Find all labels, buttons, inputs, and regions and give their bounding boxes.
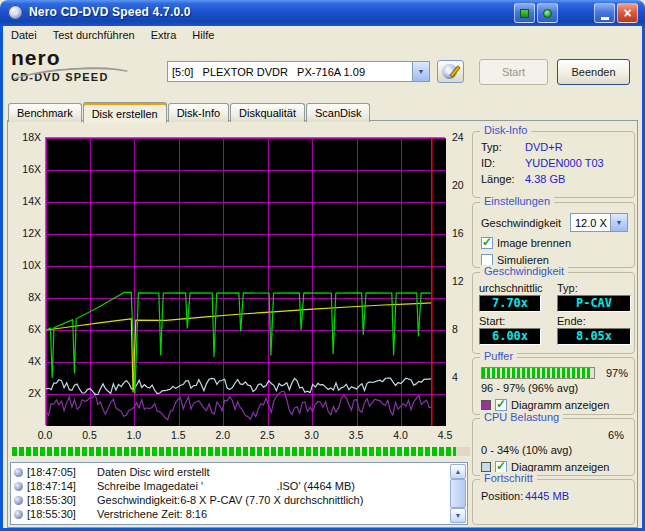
menu-extra[interactable]: Extra	[143, 28, 185, 42]
quit-button[interactable]: Beenden	[557, 59, 630, 85]
typ-label: Typ:	[557, 282, 631, 294]
menu-hilfe[interactable]: Hilfe	[184, 28, 222, 42]
image-brennen-checkbox[interactable]: ✓ Image brennen	[481, 237, 628, 249]
axis-tick-label: 12	[452, 275, 464, 287]
puffer-title: Puffer	[480, 350, 517, 362]
buffer-diagram-checkbox[interactable]: ✓ Diagramm anzeigen	[481, 399, 628, 411]
log-lines: [18:47:05]Daten Disc wird erstellt[18:47…	[13, 465, 449, 522]
check-icon: ✓	[496, 397, 506, 411]
laenge-value: 4.38 GB	[525, 173, 565, 185]
titlebar-disc-button[interactable]	[537, 3, 558, 23]
axis-tick-label: 16	[452, 227, 464, 239]
axis-tick-label: 2.0	[215, 429, 230, 441]
cpu-color-swatch	[481, 462, 491, 472]
log-scrollbar[interactable]: ▲ ▼	[450, 464, 466, 523]
app-window: Nero CD-DVD Speed 4.7.0.0 × DateiTest du…	[0, 0, 645, 531]
start-button[interactable]: Start	[479, 59, 548, 85]
tab-bar: BenchmarkDisk erstellenDisk-InfoDiskqual…	[8, 99, 371, 121]
menu-test-durchf-hren[interactable]: Test durchführen	[45, 28, 143, 42]
axis-tick-label: 24	[452, 131, 464, 143]
tab-diskqualit-t[interactable]: Diskqualität	[230, 103, 305, 122]
disk-erstellen-panel: 18X16X14X12X10X8X6X4X2X 2420161284 0.00.…	[7, 120, 638, 528]
log-box: [18:47:05]Daten Disc wird erstellt[18:47…	[10, 462, 468, 525]
durchschnitt-label: urchschnittlic	[479, 282, 541, 294]
id-label: ID:	[481, 157, 525, 169]
disc-icon	[14, 482, 23, 491]
chevron-down-icon[interactable]: ▼	[412, 62, 429, 81]
tab-scandisk[interactable]: ScanDisk	[306, 103, 370, 122]
buffer-diagram-label: Diagramm anzeigen	[511, 399, 609, 411]
fortschritt-panel: Fortschritt Position: 4445 MB	[472, 479, 635, 525]
end-speed-display: 8.05x	[557, 328, 631, 345]
speed-label: Geschwindigkeit	[481, 217, 561, 229]
buffer-color-swatch	[481, 400, 491, 410]
disc-icon	[543, 9, 552, 18]
axis-tick-label: 8	[452, 323, 458, 335]
buffer-progress-fill	[482, 368, 591, 378]
chart-icon	[520, 9, 529, 18]
drive-selector[interactable]: [5:0] PLEXTOR DVDR PX-716A 1.09 ▼	[167, 61, 430, 82]
tab-disk-erstellen[interactable]: Disk erstellen	[83, 102, 167, 123]
axis-tick-label: 18X	[22, 131, 41, 143]
log-line: [18:47:05]Daten Disc wird erstellt	[13, 465, 449, 479]
left-axis-labels: 18X16X14X12X10X8X6X4X2X	[12, 137, 43, 425]
write-disc-button[interactable]	[437, 60, 464, 83]
close-button[interactable]: ×	[617, 3, 638, 23]
menu-bar: DateiTest durchführenExtraHilfe	[3, 26, 642, 44]
scroll-up-button[interactable]: ▲	[450, 464, 466, 479]
window-title: Nero CD-DVD Speed 4.7.0.0	[29, 5, 191, 19]
tab-disk-info[interactable]: Disk-Info	[168, 103, 229, 122]
log-time: [18:55:30]	[27, 494, 85, 506]
checkbox[interactable]: ✓	[495, 399, 507, 411]
axis-tick-label: 4.5	[438, 429, 453, 441]
disc-icon	[14, 496, 23, 505]
log-text: Verstrichene Zeit: 8:16	[97, 508, 207, 520]
burn-speed-chart	[46, 138, 446, 426]
position-label: Position:	[481, 490, 525, 502]
disk-info-panel: Disk-Info Typ:DVD+R ID:YUDEN000 T03 Läng…	[472, 131, 635, 198]
log-time: [18:47:14]	[27, 480, 85, 492]
titlebar-chart-button[interactable]	[514, 3, 535, 23]
einstellungen-panel: Einstellungen Geschwindigkeit 12.0 X ▼ ✓…	[472, 202, 635, 268]
scrollbar-thumb[interactable]	[450, 479, 466, 508]
drive-selector-value: [5:0] PLEXTOR DVDR PX-716A 1.09	[168, 66, 412, 78]
scroll-down-button[interactable]: ▼	[450, 508, 466, 523]
burn-speed-select[interactable]: 12.0 X ▼	[570, 213, 628, 232]
right-axis-labels: 2420161284	[450, 137, 474, 425]
check-icon: ✓	[482, 235, 492, 249]
minimize-button[interactable]	[594, 3, 615, 23]
axis-tick-label: 0.5	[82, 429, 97, 441]
axis-tick-label: 1.5	[171, 429, 186, 441]
average-speed-display: 7.70x	[479, 295, 541, 312]
axis-tick-label: 4.0	[393, 429, 408, 441]
image-brennen-label: Image brennen	[497, 237, 571, 249]
disk-info-title: Disk-Info	[480, 124, 531, 136]
axis-tick-label: 4X	[28, 355, 41, 367]
cpu-panel: CPU Belastung 6% 0 - 34% (10% avg) ✓ Dia…	[472, 418, 635, 476]
axis-tick-label: 10X	[22, 259, 41, 271]
axis-tick-label: 6X	[28, 323, 41, 335]
cpu-title: CPU Belastung	[480, 411, 563, 423]
menu-datei[interactable]: Datei	[3, 28, 45, 42]
axis-tick-label: 1.0	[127, 429, 142, 441]
nero-logo: nero CD-DVD SPEED	[11, 46, 161, 96]
check-icon: ✓	[496, 459, 506, 473]
buffer-percent: 97%	[606, 367, 628, 379]
axis-tick-label: 4	[452, 371, 458, 383]
buffer-level-strip	[12, 447, 470, 456]
chevron-down-icon[interactable]: ▼	[610, 214, 627, 231]
minimize-icon	[601, 17, 609, 20]
cpu-range: 0 - 34% (10% avg)	[481, 444, 628, 456]
start-speed-display: 6.00x	[479, 328, 541, 345]
axis-tick-label: 12X	[22, 227, 41, 239]
tab-benchmark[interactable]: Benchmark	[8, 103, 82, 122]
axis-tick-label: 0.0	[38, 429, 53, 441]
toolbar: nero CD-DVD SPEED [5:0] PLEXTOR DVDR PX-…	[3, 44, 642, 99]
buffer-level-fill	[12, 447, 456, 456]
axis-tick-label: 2X	[28, 387, 41, 399]
log-line: [18:55:30]Geschwindigkeit:6-8 X P-CAV (7…	[13, 493, 449, 507]
start-label: Start:	[479, 315, 541, 327]
close-icon: ×	[623, 6, 631, 20]
checkbox[interactable]: ✓	[481, 237, 493, 249]
chart-plot-area	[45, 137, 445, 425]
